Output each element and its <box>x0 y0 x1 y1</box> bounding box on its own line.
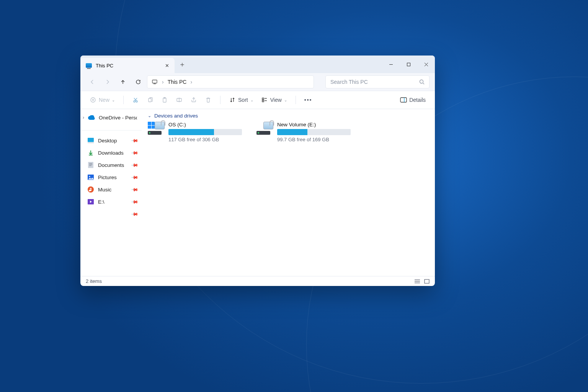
sidebar-item-music[interactable]: Music 📌 <box>80 183 142 196</box>
svg-point-33 <box>89 176 90 177</box>
tab-title: This PC <box>96 63 113 69</box>
drive-icon <box>148 122 165 135</box>
svg-rect-21 <box>262 100 264 102</box>
sidebar-item-onedrive[interactable]: › OneDrive - Perso <box>80 111 142 124</box>
forward-button[interactable] <box>101 75 114 88</box>
back-button[interactable] <box>86 75 99 88</box>
pictures-icon <box>87 174 94 181</box>
file-explorer-window: This PC ✕ ＋ › This PC › New ⌄ <box>80 56 435 286</box>
sort-button[interactable]: Sort ⌄ <box>227 94 256 106</box>
svg-rect-1 <box>407 63 410 66</box>
pin-icon[interactable]: 📌 <box>131 186 139 194</box>
tab-close-icon[interactable]: ✕ <box>165 63 169 69</box>
ellipsis-icon: ••• <box>304 97 312 103</box>
rename-icon <box>176 96 183 103</box>
tiles-view-icon[interactable] <box>424 279 430 284</box>
chevron-down-icon: ⌄ <box>148 113 151 118</box>
unlock-icon <box>161 120 165 126</box>
details-pane-button[interactable]: Details <box>398 94 428 106</box>
details-pane-icon <box>400 96 407 103</box>
drive-name: New Volume (E:) <box>277 122 351 127</box>
svg-rect-39 <box>425 279 429 283</box>
sidebar-label: E:\ <box>98 199 105 205</box>
pin-icon[interactable]: 📌 <box>131 149 139 157</box>
search-input[interactable] <box>330 79 419 85</box>
list-view-icon[interactable] <box>414 279 420 284</box>
drive-free-text: 99.7 GB free of 169 GB <box>277 137 354 142</box>
svg-point-12 <box>136 101 137 102</box>
svg-rect-27 <box>88 142 94 143</box>
sidebar-item-documents[interactable]: Documents 📌 <box>80 159 142 171</box>
sidebar-item-downloads[interactable]: Downloads 📌 <box>80 147 142 159</box>
close-button[interactable] <box>417 56 435 73</box>
maximize-button[interactable] <box>400 56 417 73</box>
drive-usage-bar <box>168 129 242 135</box>
drive-usage-bar <box>277 129 351 135</box>
sidebar-item-e-drive[interactable]: E:\ 📌 <box>80 196 142 208</box>
sidebar-label: Pictures <box>98 175 117 180</box>
drive-icon <box>256 122 273 135</box>
plus-circle-icon <box>90 96 96 103</box>
drive-name: OS (C:) <box>168 122 242 127</box>
sidebar-item-pictures[interactable]: Pictures 📌 <box>80 171 142 183</box>
refresh-button[interactable] <box>132 75 145 88</box>
pin-icon[interactable]: 📌 <box>131 173 139 181</box>
downloads-icon <box>87 149 94 156</box>
cut-icon <box>132 96 139 103</box>
sidebar-item-empty[interactable]: 📌 <box>80 208 142 220</box>
view-button[interactable]: View ⌄ <box>259 94 289 106</box>
paste-button[interactable] <box>159 94 170 106</box>
breadcrumb-location[interactable]: This PC <box>168 79 187 85</box>
sidebar: › OneDrive - Perso Desktop 📌 Downloads 📌… <box>80 109 142 276</box>
chevron-right-icon: › <box>162 79 164 85</box>
windows-logo-icon <box>148 122 155 129</box>
sidebar-label: Desktop <box>98 138 117 144</box>
trash-icon <box>205 96 212 103</box>
address-bar[interactable]: › This PC › <box>147 75 314 88</box>
sidebar-label: Downloads <box>98 150 124 156</box>
sidebar-item-desktop[interactable]: Desktop 📌 <box>80 134 142 147</box>
group-devices-and-drives[interactable]: ⌄ Devices and drives <box>148 113 429 119</box>
svg-rect-29 <box>89 163 92 164</box>
new-button[interactable]: New ⌄ <box>87 94 117 106</box>
pin-icon[interactable]: 📌 <box>131 137 139 145</box>
sort-icon <box>229 96 236 103</box>
pin-icon[interactable]: 📌 <box>131 161 139 169</box>
pin-icon[interactable]: 📌 <box>131 198 139 206</box>
up-button[interactable] <box>116 75 129 88</box>
tab-this-pc[interactable]: This PC ✕ <box>80 58 175 73</box>
copy-button[interactable] <box>144 94 156 106</box>
details-label: Details <box>409 97 426 103</box>
body: › OneDrive - Perso Desktop 📌 Downloads 📌… <box>80 109 435 276</box>
svg-rect-30 <box>89 164 92 165</box>
more-button[interactable]: ••• <box>302 94 315 106</box>
group-title: Devices and drives <box>154 113 198 119</box>
drive-item[interactable]: OS (C:)117 GB free of 306 GB <box>148 122 246 142</box>
pin-icon[interactable]: 📌 <box>131 210 139 218</box>
window-controls <box>382 56 435 73</box>
cut-button[interactable] <box>130 94 141 106</box>
share-button[interactable] <box>188 94 199 106</box>
new-tab-button[interactable]: ＋ <box>175 56 190 73</box>
chevron-down-icon: ⌄ <box>112 98 115 102</box>
rename-button[interactable] <box>173 94 185 106</box>
delete-button[interactable] <box>203 94 214 106</box>
copy-icon <box>147 96 154 103</box>
svg-rect-28 <box>88 162 93 168</box>
chevron-right-icon[interactable]: › <box>190 79 192 85</box>
new-label: New <box>99 97 109 103</box>
content-area[interactable]: ⌄ Devices and drives OS (C:)117 GB free … <box>142 109 435 276</box>
search-box[interactable] <box>325 75 430 88</box>
search-icon[interactable] <box>419 79 425 85</box>
drive-item[interactable]: New Volume (E:)99.7 GB free of 169 GB <box>256 122 354 142</box>
svg-line-7 <box>423 83 424 84</box>
view-label: View <box>270 97 282 103</box>
minimize-button[interactable] <box>382 56 400 73</box>
share-icon <box>190 96 197 103</box>
svg-rect-15 <box>149 98 151 102</box>
chevron-down-icon: ⌄ <box>284 98 287 102</box>
monitor-icon <box>151 78 158 85</box>
svg-rect-26 <box>88 138 94 142</box>
video-folder-icon <box>87 198 94 205</box>
svg-rect-31 <box>89 165 91 166</box>
